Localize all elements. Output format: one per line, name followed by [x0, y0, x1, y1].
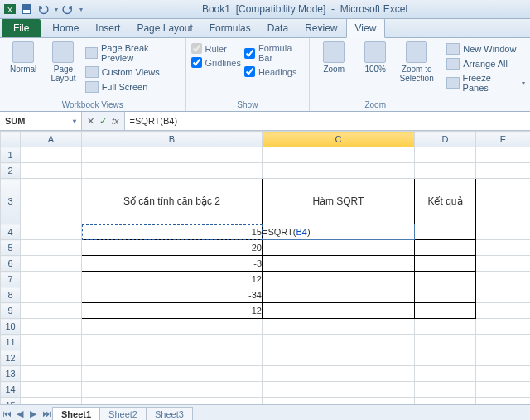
row-header[interactable]: 3: [1, 179, 21, 224]
ruler-checkbox[interactable]: Ruler: [191, 43, 241, 54]
row-header[interactable]: 1: [1, 147, 21, 163]
page-layout-button[interactable]: Page Layout: [45, 40, 81, 84]
cell-d7[interactable]: [415, 272, 476, 287]
row-header[interactable]: 9: [1, 303, 21, 319]
sheet-nav-last-icon[interactable]: ⏭: [40, 407, 53, 420]
cell-b5[interactable]: 20: [82, 240, 263, 256]
page-break-preview-button[interactable]: Page Break Preview: [85, 43, 181, 63]
new-window-button[interactable]: New Window: [446, 43, 525, 55]
col-header-a[interactable]: A: [21, 132, 82, 147]
worksheet-grid[interactable]: A B C D E 1 2 3 Số cần tính căn bậc 2 Hà…: [0, 131, 530, 404]
row-header[interactable]: 15: [1, 398, 21, 405]
group-zoom: Zoom 100% Zoom to Selection Zoom: [310, 38, 441, 111]
cell-d6[interactable]: [415, 256, 476, 272]
cell-b4[interactable]: 15: [82, 224, 263, 240]
zoom-100-button[interactable]: 100%: [356, 40, 394, 75]
arrange-all-button[interactable]: Arrange All: [446, 58, 525, 70]
sheet-tab-1[interactable]: Sheet1: [52, 407, 100, 421]
tab-review[interactable]: Review: [296, 19, 345, 37]
fx-icon[interactable]: fx: [112, 116, 119, 126]
page-break-icon: [85, 47, 98, 59]
zoom-sel-icon: [406, 41, 427, 63]
group-show: Ruler Gridlines Formula Bar Headings Sho…: [186, 38, 311, 111]
cell-c7[interactable]: [263, 272, 415, 287]
row-header[interactable]: 10: [1, 319, 21, 335]
cell-c3[interactable]: Hàm SQRT: [263, 179, 415, 224]
sheet-tab-3[interactable]: Sheet3: [146, 407, 193, 421]
cell-c9[interactable]: [263, 303, 415, 319]
enter-icon[interactable]: ✓: [99, 116, 107, 127]
normal-button[interactable]: Normal: [5, 40, 41, 75]
cell-d4[interactable]: [415, 224, 476, 240]
undo-dropdown-icon[interactable]: ▾: [55, 6, 58, 13]
cell-b6[interactable]: -3: [82, 256, 263, 272]
cell-b7[interactable]: 12: [82, 272, 263, 287]
full-screen-icon: [85, 81, 99, 93]
col-header-d[interactable]: D: [415, 132, 476, 147]
ribbon-tabs: File Home Insert Page Layout Formulas Da…: [0, 19, 530, 38]
row-header[interactable]: 7: [1, 272, 21, 287]
quick-access-toolbar: X ▾ ▾: [3, 2, 83, 16]
row-header[interactable]: 13: [1, 366, 21, 382]
row-header[interactable]: 8: [1, 287, 21, 303]
full-screen-button[interactable]: Full Screen: [85, 81, 181, 93]
freeze-panes-icon: [446, 77, 459, 89]
cell-d8[interactable]: [415, 287, 476, 303]
row-header[interactable]: 6: [1, 256, 21, 272]
row-header[interactable]: 5: [1, 240, 21, 256]
cell-c4-editing[interactable]: =SQRT(B4): [263, 224, 415, 240]
tab-insert[interactable]: Insert: [87, 19, 128, 37]
cell-b3[interactable]: Số cần tính căn bậc 2: [82, 179, 263, 224]
custom-views-button[interactable]: Custom Views: [85, 66, 181, 78]
gridlines-checkbox[interactable]: Gridlines: [191, 57, 241, 68]
tab-home[interactable]: Home: [44, 19, 87, 37]
tab-data[interactable]: Data: [259, 19, 296, 37]
name-box[interactable]: SUM▾: [0, 112, 82, 130]
freeze-panes-button[interactable]: Freeze Panes▾: [446, 73, 525, 93]
cell-b9[interactable]: 12: [82, 303, 263, 319]
formula-bar-row: SUM▾ ✕ ✓ fx =SQRT(B4): [0, 112, 530, 131]
cell-d5[interactable]: [415, 240, 476, 256]
col-header-e[interactable]: E: [476, 132, 531, 147]
row-header[interactable]: 12: [1, 350, 21, 366]
sheet-nav-prev-icon[interactable]: ◀: [13, 407, 26, 420]
namebox-dropdown-icon[interactable]: ▾: [73, 118, 76, 125]
sheet-nav-next-icon[interactable]: ▶: [26, 407, 40, 420]
redo-icon[interactable]: [61, 2, 75, 16]
row-header[interactable]: 4: [1, 224, 21, 240]
cell-b8[interactable]: -34: [82, 287, 263, 303]
page-layout-icon: [52, 41, 74, 63]
sheet-nav-first-icon[interactable]: ⏮: [0, 407, 13, 420]
formula-bar-checkbox[interactable]: Formula Bar: [244, 43, 304, 63]
sheet-tab-2[interactable]: Sheet2: [99, 407, 147, 421]
zoom-to-selection-button[interactable]: Zoom to Selection: [398, 40, 436, 84]
zoom-100-icon: [364, 41, 386, 63]
undo-icon[interactable]: [36, 2, 50, 16]
col-header-c[interactable]: C: [263, 132, 415, 147]
row-header[interactable]: 11: [1, 335, 21, 350]
svg-text:X: X: [7, 6, 12, 14]
cell-c8[interactable]: [263, 287, 415, 303]
zoom-icon: [323, 41, 344, 63]
doc-name: Book1: [202, 3, 230, 15]
cell-d3[interactable]: Kết quả: [415, 179, 476, 224]
cell-c5[interactable]: [263, 240, 415, 256]
cell-c6[interactable]: [263, 256, 415, 272]
select-all-corner[interactable]: [1, 132, 21, 147]
file-tab[interactable]: File: [2, 19, 41, 37]
excel-icon: X: [3, 2, 17, 16]
title-bar: X ▾ ▾ Book1 [Compatibility Mode] - Micro…: [0, 0, 530, 19]
row-header[interactable]: 14: [1, 382, 21, 398]
headings-checkbox[interactable]: Headings: [244, 66, 304, 77]
formula-input[interactable]: =SQRT(B4): [125, 112, 530, 130]
tab-page-layout[interactable]: Page Layout: [128, 19, 200, 37]
cell-d9[interactable]: [415, 303, 476, 319]
column-headers: A B C D E: [1, 132, 531, 147]
col-header-b[interactable]: B: [82, 132, 263, 147]
tab-view[interactable]: View: [346, 18, 386, 38]
save-icon[interactable]: [20, 2, 33, 16]
tab-formulas[interactable]: Formulas: [201, 19, 259, 37]
row-header[interactable]: 2: [1, 163, 21, 179]
zoom-button[interactable]: Zoom: [315, 40, 353, 75]
cancel-icon[interactable]: ✕: [87, 116, 94, 127]
